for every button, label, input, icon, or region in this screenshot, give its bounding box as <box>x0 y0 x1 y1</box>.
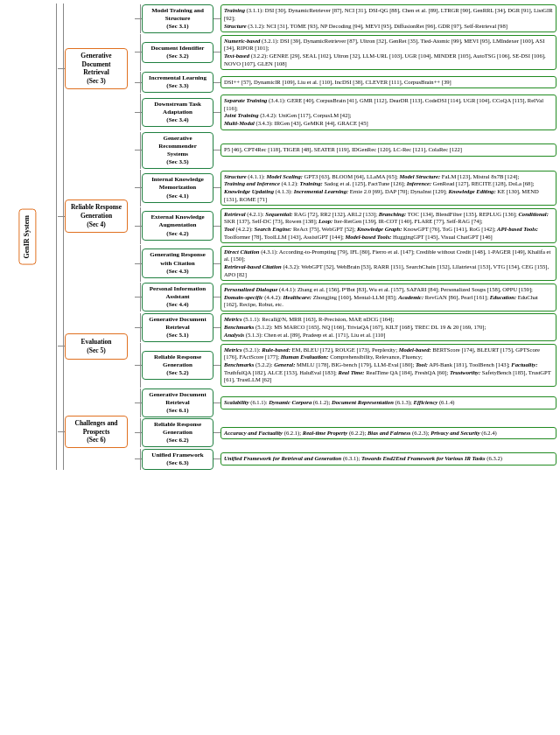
content-33: DSI++ [57], DynamicIR [109], Liu et al. … <box>220 76 556 89</box>
sec43-box: Generating Responsewith Citation(Sec 4.3… <box>142 248 214 277</box>
sec6-group: Challenges andProspects(Sec 6) <box>58 394 128 471</box>
row-52: Reliable ResponseGeneration(Sec 5.2) Met… <box>135 343 556 387</box>
sec63-box: Unified Framework(Sec 6.3) <box>142 449 214 470</box>
sec5-group: Evaluation(Sec 5) <box>58 299 128 394</box>
sec3-box: Generative DocumentRetrieval(Sec 3) <box>65 48 128 89</box>
row-43: Generating Responsewith Citation(Sec 4.3… <box>135 245 556 282</box>
root-node: GenIR System <box>18 209 36 265</box>
content-62: Accuracy and Factuality (6.2.1); Real-ti… <box>220 427 556 440</box>
row-33: Incremental Learning(Sec 3.3) DSI++ [57]… <box>135 72 556 93</box>
row-31: Model Training andStructure(Sec 3.1) Tra… <box>135 4 556 33</box>
l1-column: Generative DocumentRetrieval(Sec 3) Reli… <box>58 4 128 470</box>
sec62-box: Reliable ResponseGeneration(Sec 6.2) <box>142 418 214 447</box>
l1l2-connector <box>128 4 135 470</box>
row-62: Reliable ResponseGeneration(Sec 6.2) Acc… <box>135 418 556 447</box>
row-44: Personal InformationAssistant(Sec 4.4) P… <box>135 283 556 312</box>
sec31-box: Model Training andStructure(Sec 3.1) <box>142 4 214 33</box>
content-34: Separate Training (3.4.1): GERE [40], Co… <box>220 94 556 130</box>
sec34-box: Downstream TaskAdaptation(Sec 3.4) <box>142 98 214 127</box>
sec61-box: Generative DocumentRetrieval(Sec 6.1) <box>142 388 214 417</box>
row-41: Internal KnowledgeMemorization(Sec 4.1) … <box>135 170 556 206</box>
sec33-box: Incremental Learning(Sec 3.3) <box>142 72 214 93</box>
row-42: External KnowledgeAugmentation(Sec 4.2) … <box>135 207 556 244</box>
row-51: Generative DocumentRetrieval(Sec 5.1) Me… <box>135 313 556 342</box>
content-41: Structure (4.1.1): Model Scaling: GPT3 [… <box>220 171 556 206</box>
content-32: Numeric-based (3.2.1): DSI [39], Dynamic… <box>220 35 556 70</box>
root-connector <box>51 4 58 470</box>
row-35: Generative RecommenderSystems(Sec 3.5) P… <box>135 132 556 169</box>
content-43: Direct Citation (4.3.1): According-to-Pr… <box>220 246 556 281</box>
row-61: Generative DocumentRetrieval(Sec 6.1) Sc… <box>135 388 556 417</box>
sec5-box: Evaluation(Sec 5) <box>65 333 128 360</box>
sec32-box: Document Identifier(Sec 3.2) <box>142 42 214 63</box>
sec52-box: Reliable ResponseGeneration(Sec 5.2) <box>142 351 214 380</box>
content-44: Personalized Dialogue (4.4.1): Zhang et … <box>220 284 556 312</box>
content-31: Training (3.1.1): DSI [30], DynamicRetri… <box>220 4 556 32</box>
sec3-group: Generative DocumentRetrieval(Sec 3) <box>58 4 128 134</box>
row-63: Unified Framework(Sec 6.3) Unified Frame… <box>135 449 556 470</box>
sec42-box: External KnowledgeAugmentation(Sec 4.2) <box>142 211 214 240</box>
sec35-box: Generative RecommenderSystems(Sec 3.5) <box>142 132 214 169</box>
content-61: Scalability (6.1.1): Dynamic Corpora (6.… <box>220 396 556 410</box>
sec41-box: Internal KnowledgeMemorization(Sec 4.1) <box>142 173 214 202</box>
content-51: Metrics (5.1.1): Recall@N, MRR [163], R-… <box>220 313 556 341</box>
content-35: P5 [46], CPT4Rec [118], TIGER [48], SEAT… <box>220 144 556 157</box>
sec44-box: Personal InformationAssistant(Sec 4.4) <box>142 283 214 312</box>
sec51-box: Generative DocumentRetrieval(Sec 5.1) <box>142 313 214 342</box>
sec4-box: Reliable ResponseGeneration(Sec 4) <box>65 200 128 232</box>
row-34: Downstream TaskAdaptation(Sec 3.4) Separ… <box>135 94 556 130</box>
sec6-box: Challenges andProspects(Sec 6) <box>65 416 128 448</box>
content-52: Metrics (5.2.1): Rule-based: EM, BLEU [1… <box>220 344 556 387</box>
content-63: Unified Framework for Retrieval and Gene… <box>220 452 556 466</box>
row-32: Document Identifier(Sec 3.2) Numeric-bas… <box>135 34 556 71</box>
sec4-group: Reliable ResponseGeneration(Sec 4) <box>58 134 128 299</box>
l2l3-column: Model Training andStructure(Sec 3.1) Tra… <box>135 4 556 470</box>
content-42: Retrieval (4.2.1): Sequential: RAG [72],… <box>220 208 556 243</box>
diagram: GenIR System Generative DocumentRetrieva… <box>0 0 560 473</box>
